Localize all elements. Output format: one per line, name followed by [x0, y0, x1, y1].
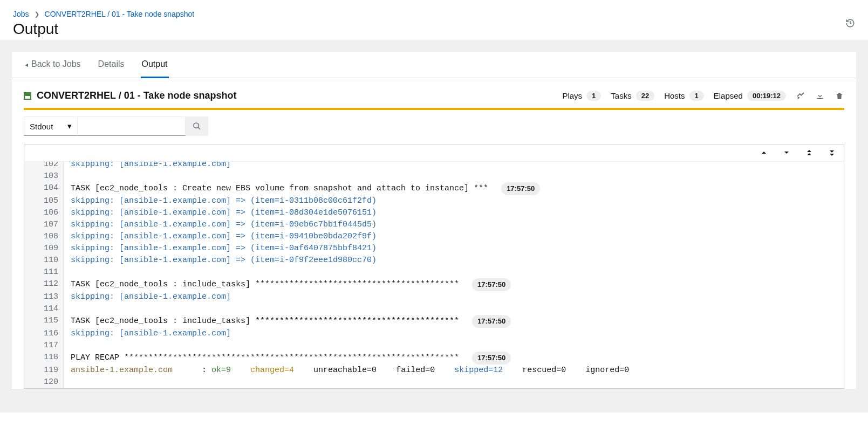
caret-left-icon	[25, 59, 28, 69]
line-number: 112	[24, 278, 64, 291]
stat-hosts: Hosts 1	[664, 91, 704, 101]
timestamp-badge: 17:57:50	[472, 278, 511, 291]
job-title: CONVERT2RHEL / 01 - Take node snapshot	[37, 90, 236, 101]
log-row: 118PLAY RECAP **************************…	[24, 352, 844, 365]
log-row: 112TASK [ec2_node_tools : include_tasks]…	[24, 278, 844, 291]
stat-elapsed: Elapsed 00:19:12	[714, 91, 786, 101]
log-line-content: skipping: [ansible-1.example.com]	[64, 162, 844, 170]
log-row: 120	[24, 376, 844, 388]
log-row: 107skipping: [ansible-1.example.com] => …	[24, 219, 844, 231]
timestamp-badge: 17:57:50	[472, 315, 511, 328]
line-number: 104	[24, 182, 64, 195]
log-row: 113skipping: [ansible-1.example.com]	[24, 291, 844, 303]
log-line-content	[64, 340, 844, 352]
log-line-content: skipping: [ansible-1.example.com] => (it…	[64, 207, 844, 219]
log-line-content: skipping: [ansible-1.example.com] => (it…	[64, 243, 844, 255]
chevron-right-icon: ❯	[35, 11, 39, 18]
breadcrumb-jobs[interactable]: Jobs	[13, 10, 29, 18]
line-number: 107	[24, 219, 64, 231]
svg-point-0	[194, 123, 199, 128]
stat-hosts-value: 1	[689, 91, 704, 101]
line-number: 115	[24, 315, 64, 328]
line-number: 114	[24, 303, 64, 315]
tab-back-to-jobs[interactable]: Back to Jobs	[24, 52, 82, 78]
log-row: 103	[24, 170, 844, 182]
log-line-content: ansible-1.example.com : ok=9 changed=4 u…	[64, 365, 844, 376]
log-line-content	[64, 303, 844, 315]
log-line-content: skipping: [ansible-1.example.com] => (it…	[64, 219, 844, 231]
timestamp-badge: 17:57:50	[472, 352, 511, 365]
line-number: 111	[24, 266, 64, 278]
log-row: 111	[24, 266, 844, 278]
log-row: 105skipping: [ansible-1.example.com] => …	[24, 195, 844, 207]
log-line-content	[64, 376, 844, 388]
log-row: 117	[24, 340, 844, 352]
log-line-content	[64, 266, 844, 278]
line-number: 113	[24, 291, 64, 303]
log-row: 116skipping: [ansible-1.example.com]	[24, 328, 844, 340]
log-line-content: skipping: [ansible-1.example.com]	[64, 291, 844, 303]
tab-details[interactable]: Details	[97, 52, 126, 78]
scroll-up-icon[interactable]	[761, 149, 767, 157]
line-number: 110	[24, 255, 64, 266]
page-title: Output	[13, 20, 855, 38]
timestamp-badge: 17:57:50	[501, 182, 540, 195]
line-number: 117	[24, 340, 64, 352]
scroll-top-icon[interactable]	[806, 149, 812, 157]
delete-icon[interactable]	[835, 92, 844, 100]
line-number: 109	[24, 243, 64, 255]
download-icon[interactable]	[815, 92, 825, 100]
log-row: 115TASK [ec2_node_tools : include_tasks]…	[24, 315, 844, 328]
log-row: 114	[24, 303, 844, 315]
search-input[interactable]	[78, 116, 186, 136]
stat-plays-label: Plays	[562, 91, 582, 100]
log-line-content: skipping: [ansible-1.example.com]	[64, 328, 844, 340]
search-button[interactable]	[186, 116, 208, 136]
line-number: 106	[24, 207, 64, 219]
log-line-content: TASK [ec2_node_tools : Create new EBS vo…	[64, 182, 844, 195]
log-row: 110skipping: [ansible-1.example.com] => …	[24, 255, 844, 266]
stat-plays: Plays 1	[562, 91, 601, 101]
stat-tasks: Tasks 22	[611, 91, 654, 101]
status-running-icon	[24, 92, 31, 100]
stat-elapsed-label: Elapsed	[714, 91, 743, 100]
log-output[interactable]: 102skipping: [ansible-1.example.com]103 …	[24, 162, 844, 388]
line-number: 118	[24, 352, 64, 365]
line-number: 102	[24, 162, 64, 170]
tabs-bar: Back to Jobs Details Output	[12, 52, 856, 78]
log-line-content: skipping: [ansible-1.example.com] => (it…	[64, 195, 844, 207]
stat-plays-value: 1	[586, 91, 601, 101]
scroll-bottom-icon[interactable]	[829, 149, 835, 157]
stat-tasks-value: 22	[636, 91, 654, 101]
log-row: 104TASK [ec2_node_tools : Create new EBS…	[24, 182, 844, 195]
line-number: 105	[24, 195, 64, 207]
stat-elapsed-value: 00:19:12	[747, 91, 786, 101]
log-line-content: skipping: [ansible-1.example.com] => (it…	[64, 231, 844, 243]
breadcrumb-job-name[interactable]: CONVERT2RHEL / 01 - Take node snapshot	[45, 10, 195, 18]
log-line-content: TASK [ec2_node_tools : include_tasks] **…	[64, 315, 844, 328]
log-line-content: skipping: [ansible-1.example.com] => (it…	[64, 255, 844, 266]
scroll-down-icon[interactable]	[783, 149, 790, 157]
line-number: 103	[24, 170, 64, 182]
log-row: 102skipping: [ansible-1.example.com]	[24, 162, 844, 170]
tab-back-label: Back to Jobs	[31, 59, 81, 69]
filter-type-dropdown[interactable]: Stdout ▾	[24, 116, 78, 136]
stat-hosts-label: Hosts	[664, 91, 685, 100]
log-row: 106skipping: [ansible-1.example.com] => …	[24, 207, 844, 219]
line-number: 120	[24, 376, 64, 388]
history-icon[interactable]	[845, 18, 855, 28]
search-icon	[193, 122, 201, 130]
log-line-content: TASK [ec2_node_tools : include_tasks] **…	[64, 278, 844, 291]
log-row: 119ansible-1.example.com : ok=9 changed=…	[24, 365, 844, 376]
log-line-content	[64, 170, 844, 182]
log-line-content: PLAY RECAP *****************************…	[64, 352, 844, 365]
filter-type-label: Stdout	[30, 122, 53, 131]
breadcrumb: Jobs ❯ CONVERT2RHEL / 01 - Take node sna…	[13, 10, 855, 18]
svg-line-1	[198, 127, 200, 129]
relaunch-icon[interactable]	[796, 92, 805, 100]
log-row: 109skipping: [ansible-1.example.com] => …	[24, 243, 844, 255]
log-row: 108skipping: [ansible-1.example.com] => …	[24, 231, 844, 243]
tab-output[interactable]: Output	[141, 52, 169, 78]
line-number: 116	[24, 328, 64, 340]
caret-down-icon: ▾	[67, 121, 72, 131]
